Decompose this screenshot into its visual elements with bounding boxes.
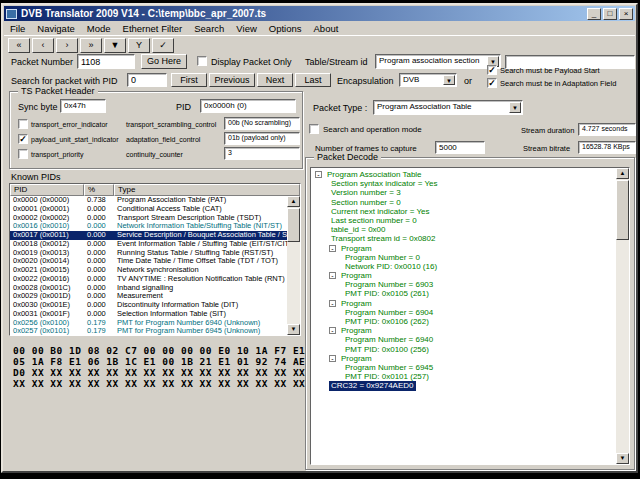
decode-tree-node[interactable]: Program Number = 6940: [313, 335, 616, 344]
scroll-up-icon[interactable]: ▲: [287, 196, 300, 207]
menu-item-search[interactable]: Search: [188, 23, 230, 34]
decode-tree-node[interactable]: -Program: [313, 244, 616, 253]
pid-list-row[interactable]: 0x0028 (0x001C)0.000Inband signalling: [10, 284, 287, 293]
scroll-down-icon[interactable]: ▼: [616, 453, 629, 464]
menu-item-mode[interactable]: Mode: [81, 23, 117, 34]
scroll-down-icon[interactable]: ▼: [287, 324, 300, 335]
collapse-icon[interactable]: -: [315, 171, 322, 178]
transport-error-checkbox[interactable]: [18, 119, 28, 129]
pid-list-column-type[interactable]: Type: [114, 184, 300, 196]
menu-item-navigate[interactable]: Navigate: [31, 23, 81, 34]
pid-list-row[interactable]: 0x0019 (0x0013)0.000Running Status Table…: [10, 249, 287, 258]
decode-tree-node[interactable]: Program Number = 6904: [313, 308, 616, 317]
last-button[interactable]: Last: [295, 73, 331, 87]
decode-tree-node[interactable]: -Program: [313, 271, 616, 280]
menu-item-view[interactable]: View: [230, 23, 262, 34]
scrollbar-thumb[interactable]: [287, 208, 300, 242]
pid-list-row[interactable]: 0x0016 (0x0010)0.000Network Information …: [10, 222, 287, 231]
search-pid-input[interactable]: [127, 73, 167, 87]
pid-list-column-item[interactable]: %: [84, 184, 114, 196]
decode-tree-node[interactable]: Version number = 3: [313, 188, 616, 197]
toolbar-check-button[interactable]: ✓: [152, 38, 174, 53]
toolbar-next-button[interactable]: ›: [56, 38, 78, 53]
maximize-button[interactable]: □: [603, 8, 617, 20]
chevron-down-icon[interactable]: ▼: [509, 102, 521, 113]
transport-priority-checkbox[interactable]: [18, 149, 28, 159]
pid-list-row[interactable]: 0x0031 (0x001F)0.000Selection Informatio…: [10, 310, 287, 319]
decode-tree-node[interactable]: PMT PID: 0x0100 (256): [313, 345, 616, 354]
pid-list-row[interactable]: 0x0000 (0x0000)0.738Program Association …: [10, 196, 287, 205]
decode-tree-scrollbar[interactable]: ▲ ▼: [616, 168, 629, 464]
decode-tree-node[interactable]: PMT PID: 0x0106 (262): [313, 317, 616, 326]
decode-tree-node[interactable]: Last section number = 0: [313, 216, 616, 225]
collapse-icon[interactable]: -: [329, 245, 336, 252]
decode-tree-node[interactable]: -Program: [313, 354, 616, 363]
pid-list-row[interactable]: 0x0002 (0x0002)0.000Transport Stream Des…: [10, 214, 287, 223]
collapse-icon[interactable]: -: [329, 300, 336, 307]
pid-list-column-pid[interactable]: PID: [10, 184, 84, 196]
decode-tree-node[interactable]: CRC32 = 0x9274AED0: [313, 381, 616, 390]
first-button[interactable]: First: [171, 73, 207, 87]
pid-cell: 0x0028 (0x001C): [10, 284, 84, 293]
toolbar-prev-button[interactable]: ‹: [32, 38, 54, 53]
pid-list-row[interactable]: 0x0029 (0x001D)0.000Measurement: [10, 292, 287, 301]
pid-list-row[interactable]: 0x0020 (0x0014)0.000Time Date Table / Ti…: [10, 257, 287, 266]
minimize-button[interactable]: _: [587, 8, 601, 20]
encapsulation-select[interactable]: DVB ▼: [399, 73, 457, 87]
go-here-button[interactable]: Go Here: [141, 54, 187, 69]
encapsulation-value: DVB: [403, 75, 419, 84]
decode-tree-node[interactable]: PMT PID: 0x0101 (257): [313, 372, 616, 381]
chevron-down-icon[interactable]: ▼: [443, 75, 455, 85]
decode-tree-node[interactable]: Section syntax indicator = Yes: [313, 179, 616, 188]
decode-tree-node[interactable]: -Program: [313, 299, 616, 308]
decode-tree-node[interactable]: Program Number = 6903: [313, 280, 616, 289]
search-mode-checkbox[interactable]: [309, 124, 319, 134]
pid-list-row[interactable]: 0x0001 (0x0001)0.000Conditional Access T…: [10, 205, 287, 214]
decode-tree-node[interactable]: Current next indicator = Yes: [313, 207, 616, 216]
decode-tree-node[interactable]: Program Number = 0: [313, 253, 616, 262]
scrollbar-thumb[interactable]: [616, 180, 629, 240]
pid-list-scrollbar[interactable]: ▲ ▼: [287, 196, 300, 335]
collapse-icon[interactable]: -: [329, 355, 336, 362]
decode-tree-node[interactable]: table_id = 0x00: [313, 225, 616, 234]
scroll-up-icon[interactable]: ▲: [616, 168, 629, 179]
pid-label: PID: [176, 102, 191, 112]
decode-tree-node[interactable]: Transport stream id = 0x0802: [313, 234, 616, 243]
collapse-icon[interactable]: -: [329, 272, 336, 279]
display-packet-only-checkbox[interactable]: [197, 56, 207, 66]
pid-list-row[interactable]: 0x0017 (0x0011)0.000Service Description …: [10, 231, 287, 240]
adaptation-field-checkbox[interactable]: [487, 78, 497, 88]
pid-list-row[interactable]: 0x0256 (0x0100)0.179PMT for Program Numb…: [10, 319, 287, 328]
decode-tree-node[interactable]: Program Number = 6945: [313, 363, 616, 372]
menu-item-about[interactable]: About: [308, 23, 345, 34]
toolbar-down-button[interactable]: ▼: [104, 38, 126, 53]
pid-list-row[interactable]: 0x0022 (0x0016)0.000TV ANYTIME : Resolut…: [10, 275, 287, 284]
pid-list-row[interactable]: 0x0030 (0x001E)0.000Discontinuity Inform…: [10, 301, 287, 310]
menu-item-file[interactable]: File: [4, 23, 31, 34]
pid-list-row[interactable]: 0x0257 (0x0101)0.179PMT for Program Numb…: [10, 327, 287, 335]
close-button[interactable]: ×: [619, 8, 633, 20]
next-button[interactable]: Next: [257, 73, 293, 87]
title-bar[interactable]: DVB Translator 2009 V14 - C:\temp\bbc_ap…: [4, 6, 635, 21]
decode-tree-node[interactable]: Network PID: 0x0010 (16): [313, 262, 616, 271]
collapse-icon[interactable]: -: [329, 327, 336, 334]
decode-tree-node[interactable]: -Program Association Table: [313, 170, 616, 179]
decode-tree-node[interactable]: Section number = 0: [313, 198, 616, 207]
payload-unit-start-checkbox[interactable]: [18, 134, 28, 144]
decode-tree-node[interactable]: -Program: [313, 326, 616, 335]
payload-start-checkbox[interactable]: [487, 65, 497, 75]
payload-start-label: Search must be Payload Start: [500, 66, 600, 75]
table-stream-id-select[interactable]: Program association section ▼: [375, 54, 501, 69]
packet-type-select[interactable]: Program Association Table ▼: [373, 100, 523, 115]
toolbar-first-button[interactable]: «: [8, 38, 30, 53]
menu-item-ethernet-filter[interactable]: Ethernet Filter: [117, 23, 189, 34]
previous-button[interactable]: Previous: [209, 73, 255, 87]
menu-item-options[interactable]: Options: [263, 23, 308, 34]
pid-list-row[interactable]: 0x0018 (0x0012)0.000Event Information Ta…: [10, 240, 287, 249]
toolbar-filter-button[interactable]: Y: [128, 38, 150, 53]
packet-number-input[interactable]: [77, 54, 135, 69]
toolbar-last-button[interactable]: »: [80, 38, 102, 53]
decode-tree-node[interactable]: PMT PID: 0x0105 (261): [313, 289, 616, 298]
pid-list-row[interactable]: 0x0021 (0x0015)0.000Network synchronisat…: [10, 266, 287, 275]
frames-to-capture-input[interactable]: [435, 141, 485, 154]
